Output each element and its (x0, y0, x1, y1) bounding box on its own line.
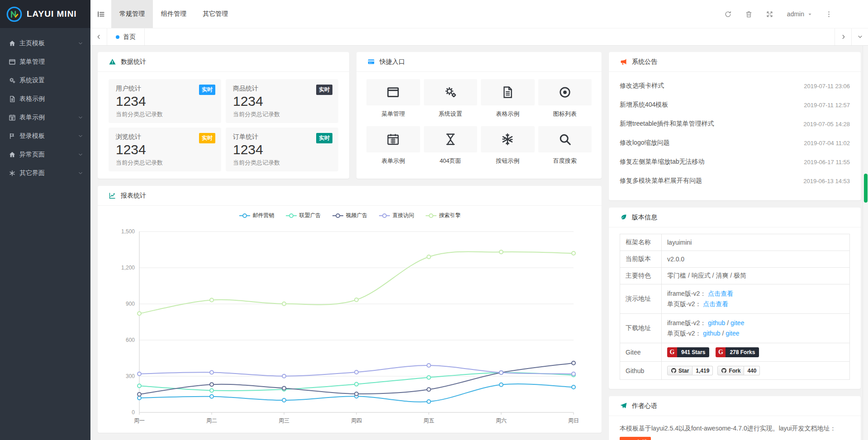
more-vertical-icon[interactable] (825, 10, 833, 18)
stat-card-badge: 实时 (316, 85, 332, 95)
quick-entry-3[interactable]: 表格示例 (481, 79, 535, 118)
version-row-label: 当前版本 (620, 251, 662, 268)
quick-entry-1[interactable]: 菜单管理 (366, 79, 420, 118)
legend-item[interactable]: 视频广告 (332, 212, 368, 219)
legend-item[interactable]: 联盟广告 (285, 212, 321, 219)
window-icon (9, 58, 19, 66)
github-badge[interactable]: Fork440 (717, 366, 760, 375)
sidebar-item-3[interactable]: 系统设置 (0, 71, 90, 90)
chevron-down-icon (78, 115, 83, 120)
refresh-icon[interactable] (724, 10, 732, 18)
gitee-badge[interactable]: G278 Forks (716, 347, 759, 357)
version-link-line: 单页版-v2： 点击查看 (667, 299, 844, 309)
logo-icon (6, 6, 23, 23)
announcement-title: 修复多模块菜单栏展开有问题 (620, 177, 702, 185)
tab-home[interactable]: 首页 (107, 28, 145, 45)
version-link[interactable]: gitee (726, 330, 739, 337)
sidebar-item-7[interactable]: 异常页面 (0, 145, 90, 164)
chevron-right-icon[interactable] (835, 28, 851, 45)
trash-icon[interactable] (745, 10, 753, 18)
announcement-time: 2019-06-17 11:55 (804, 159, 850, 166)
quick-entry-2[interactable]: 系统设置 (424, 79, 478, 118)
svg-text:周二: 周二 (206, 417, 217, 424)
quick-entry-7[interactable]: 按钮示例 (481, 126, 535, 165)
panel-header: 版本信息 (609, 208, 861, 227)
sidebar-item-2[interactable]: 菜单管理 (0, 52, 90, 71)
panel-version: 版本信息 框架名称layuimini当前版本v2.0.0主要特色零门槛 / 响应… (609, 208, 861, 389)
chevron-down-icon[interactable] (851, 28, 868, 45)
module-tab[interactable]: 其它管理 (194, 0, 236, 28)
sidebar-item-6[interactable]: 登录模板 (0, 127, 90, 145)
announcement-row[interactable]: 修改logo缩放问题2019-07-04 11:02 (620, 133, 850, 152)
chevron-left-icon[interactable] (90, 28, 107, 45)
layui-doc-button[interactable]: layui文档 (620, 437, 651, 440)
sidebar-item-label: 登录模板 (19, 132, 78, 140)
version-table-wrap: 框架名称layuimini当前版本v2.0.0主要特色零门槛 / 响应式 / 清… (609, 227, 861, 389)
sidebar-item-4[interactable]: 表格示例 (0, 90, 90, 108)
announcement-row[interactable]: 新增系统404模板2019-07-11 12:57 (620, 95, 850, 114)
panel-header: 作者心语 (609, 396, 861, 416)
panel-title: 系统公告 (632, 58, 657, 66)
version-row: 主要特色零门槛 / 响应式 / 清爽 / 极简 (620, 268, 850, 284)
calendar-icon (366, 126, 420, 152)
github-badge[interactable]: Star1,419 (667, 366, 713, 375)
home-icon (9, 40, 19, 47)
menu-fold-icon[interactable] (90, 0, 111, 28)
legend-label: 联盟广告 (299, 212, 321, 219)
sidebar-item-1[interactable]: 主页模板 (0, 34, 90, 52)
svg-text:900: 900 (126, 301, 135, 307)
quick-entry-5[interactable]: 表单示例 (366, 126, 420, 165)
legend-item[interactable]: 直接访问 (379, 212, 414, 219)
panel-title: 快捷入口 (379, 58, 405, 66)
version-link[interactable]: github (708, 319, 725, 326)
sidebar-item-5[interactable]: 表单示例 (0, 108, 90, 127)
version-link-line: 单页版-v2： github / gitee (667, 328, 844, 339)
quick-entry-4[interactable]: 图标列表 (538, 79, 592, 118)
stat-card: 用户统计1234当前分类总记录数实时 (109, 79, 221, 123)
quick-entry-8[interactable]: 百度搜索 (538, 126, 592, 165)
sidebar-item-label: 表格示例 (19, 95, 83, 103)
version-link[interactable]: 点击查看 (703, 300, 728, 308)
announcement-row[interactable]: 修改选项卡样式2019-07-11 23:06 (620, 76, 850, 95)
page-scrollbar[interactable] (863, 46, 868, 440)
announcement-time: 2019-07-05 14:28 (803, 121, 850, 128)
github-badge-label: Fork (717, 366, 744, 375)
stat-card-value: 1234 (233, 142, 331, 157)
sidebar-item-8[interactable]: 其它界面 (0, 164, 90, 182)
announcement-time: 2019-07-11 23:06 (804, 83, 850, 90)
svg-text:300: 300 (126, 373, 135, 379)
announcement-row[interactable]: 新增treetable插件和菜单管理样式2019-07-05 14:28 (620, 114, 850, 133)
calendar-icon (9, 114, 19, 121)
stat-card-value: 1234 (233, 94, 331, 109)
announcement-row[interactable]: 修复左侧菜单缩放tab无法移动2019-06-17 11:55 (620, 152, 850, 171)
module-tab[interactable]: 组件管理 (153, 0, 194, 28)
version-link[interactable]: gitee (730, 319, 744, 326)
stat-card-desc: 当前分类总记录数 (233, 110, 331, 118)
gitee-badge[interactable]: G941 Stars (667, 347, 709, 357)
version-link[interactable]: github (703, 330, 720, 337)
legend-item[interactable]: 搜索引擎 (425, 212, 461, 219)
app-logo[interactable]: LAYUI MINI (0, 0, 90, 28)
announcement-row[interactable]: 修复多模块菜单栏展开有问题2019-06-13 14:53 (620, 171, 850, 190)
report-chart: 03006009001,2001,500周一周二周三周四周五周六周日 (98, 220, 602, 433)
main-area: 常规管理组件管理其它管理 admin 首页 (90, 0, 868, 440)
stat-card: 订单统计1234当前分类总记录数实时 (226, 128, 338, 171)
version-row: GithubStar1,419Fork440 (620, 362, 850, 380)
user-menu[interactable]: admin (787, 10, 812, 18)
stat-card: 商品统计1234当前分类总记录数实时 (226, 79, 338, 123)
quick-entry-grid: 菜单管理系统设置表格示例图标列表表单示例404页面按钮示例百度搜索 (356, 72, 602, 172)
tab-label: 首页 (123, 33, 136, 41)
version-row: 框架名称layuimini (620, 234, 850, 251)
panel-title: 报表统计 (121, 192, 146, 200)
fullscreen-icon[interactable] (766, 10, 773, 18)
module-tab[interactable]: 常规管理 (111, 0, 153, 28)
scrollbar-thumb[interactable] (864, 174, 868, 203)
chart-legend: 邮件营销联盟广告视频广告直接访问搜索引擎 (98, 206, 602, 220)
version-link[interactable]: 点击查看 (708, 290, 733, 297)
panel-header: 系统公告 (609, 52, 861, 72)
tab-active-dot (116, 35, 119, 39)
sidebar: LAYUI MINI 主页模板菜单管理系统设置表格示例表单示例登录模板异常页面其… (0, 0, 90, 440)
legend-item[interactable]: 邮件营销 (239, 212, 275, 219)
version-row: 下载地址iframe版-v2： github / gitee单页版-v2： gi… (620, 314, 850, 343)
quick-entry-6[interactable]: 404页面 (424, 126, 478, 165)
